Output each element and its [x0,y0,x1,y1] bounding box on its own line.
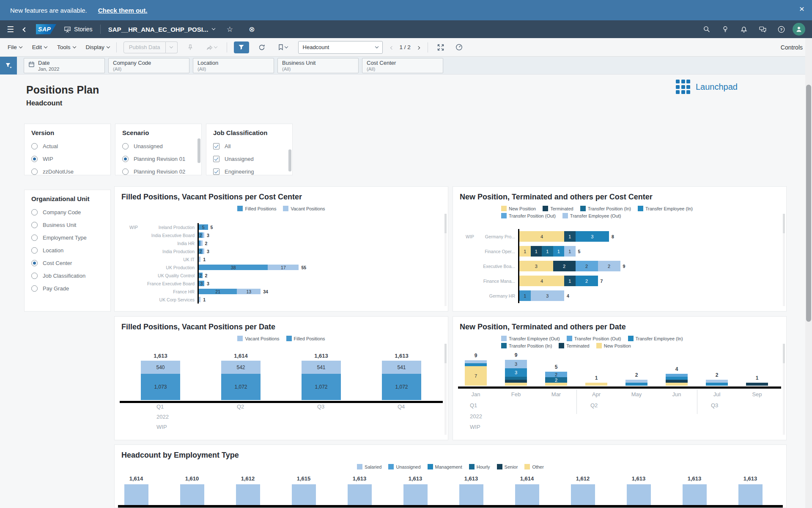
help-icon[interactable]: ? [774,23,788,36]
checkbox-option-all[interactable]: All [213,140,285,152]
bar-segment[interactable] [203,248,204,254]
bar-segment[interactable] [706,383,728,386]
menu-edit[interactable]: Edit [32,44,47,50]
bar-segment[interactable]: 3 [199,281,204,286]
legend-item[interactable]: Transfer Position (Out) [567,336,621,341]
bar-segment[interactable] [738,484,763,505]
chart-scrollbar-thumb[interactable] [444,344,447,363]
chart-scrollbar-thumb[interactable] [783,344,785,363]
bar-segment[interactable] [203,232,204,238]
search-icon[interactable] [700,23,714,36]
user-avatar[interactable] [793,23,805,36]
bar-segment[interactable] [746,383,768,386]
radio-option-job-classification[interactable]: Job Classification [31,269,104,282]
refresh-icon[interactable] [256,41,268,53]
share-icon[interactable] [203,41,220,53]
bookmark-icon[interactable] [274,41,291,53]
bar-segment[interactable]: 1 [553,246,565,257]
checkbox-option-unassigned[interactable]: Unassigned [213,152,285,165]
bar-segment[interactable] [666,380,688,383]
back-icon[interactable] [22,24,28,35]
bar-segment[interactable]: 21 [199,289,237,294]
bar-segment[interactable]: 1,073 [141,374,180,400]
bar-segment[interactable] [666,383,688,386]
favorite-star-icon[interactable]: ☆ [222,23,237,36]
bar-segment[interactable] [199,257,200,262]
stories-nav[interactable]: Stories [64,26,93,33]
menu-tools[interactable]: Tools [57,44,76,50]
bar-segment[interactable]: 3 [531,290,565,301]
bar-segment[interactable]: 2 [598,261,620,271]
legend-item[interactable]: Terminated [559,343,589,348]
panel-scrollbar-thumb[interactable] [198,138,200,163]
legend-item[interactable]: Vacant Positions [237,336,279,341]
legend-item[interactable]: Senior [497,464,518,469]
legend-item[interactable]: Filled Positions [286,336,325,341]
bar-segment[interactable] [465,363,487,366]
bar-segment[interactable]: 541 [302,361,341,374]
chart-scrollbar-thumb[interactable] [783,214,785,233]
legend-item[interactable]: Unassigned [388,464,420,469]
document-title[interactable]: SAP__HR_ANA_EC_OHP_POSI... [108,26,215,33]
legend-item[interactable]: Transfer Position (In) [580,206,631,211]
bar-segment[interactable] [545,383,567,386]
bar-segment[interactable]: 2 [576,261,598,271]
bar-segment[interactable] [124,484,148,505]
radio-option-actual[interactable]: Actual [31,140,104,152]
bar-segment[interactable] [459,484,483,505]
radio-option-unassigned[interactable]: Unassigned [122,140,195,152]
bar-segment[interactable]: 1 [564,276,576,286]
bar-segment[interactable]: 5 [199,224,208,230]
legend-item[interactable]: Transfer Employee (In) [638,206,693,211]
bar-segment[interactable]: 541 [382,361,421,374]
prev-page-icon[interactable] [390,43,395,52]
bar-segment[interactable]: 3 [576,231,609,242]
bar-segment[interactable] [666,374,688,377]
radio-option-planning-revision-01[interactable]: Planning Revision 01 [122,152,195,165]
radio-option-pay-grade[interactable]: Pay Grade [31,282,104,295]
legend-item[interactable]: Transfer Position (Out) [501,213,556,218]
page-selector[interactable]: Headcount [298,41,383,54]
fullscreen-icon[interactable] [435,41,447,53]
filter-token-cost-center[interactable]: Cost Center(All) [362,58,443,73]
bar-segment[interactable]: 1 [564,246,576,257]
bar-segment[interactable]: 1,072 [382,374,421,400]
legend-item[interactable]: Salaried [357,464,381,469]
bar-segment[interactable] [200,240,202,246]
bar-segment[interactable] [199,297,200,302]
radio-option-employment-type[interactable]: Employment Type [31,231,104,244]
bar-segment[interactable]: 2 [199,248,203,254]
filter-toggle-button[interactable] [234,41,249,53]
bar-segment[interactable] [625,383,647,386]
bar-segment[interactable]: 7 [465,366,487,386]
bar-segment[interactable] [515,484,539,505]
bar-segment[interactable]: 1,072 [221,374,261,400]
filter-token-location[interactable]: Location(All) [193,58,274,73]
menu-icon[interactable]: ☰ [7,25,14,34]
bar-segment[interactable]: 13 [237,289,261,294]
legend-item[interactable]: Terminated [543,206,573,211]
page-scrollbar-thumb[interactable] [806,85,811,322]
bar-segment[interactable]: 542 [221,361,261,374]
bar-segment[interactable]: 2 [545,372,567,377]
radio-option-wip[interactable]: WIP [31,152,104,165]
bar-segment[interactable] [706,380,728,383]
bar-segment[interactable]: 1,072 [302,374,341,400]
panel-scrollbar-thumb[interactable] [288,149,291,171]
bar-segment[interactable]: 17 [268,265,299,270]
bar-segment[interactable] [666,377,688,380]
menu-file[interactable]: File [8,44,22,50]
bar-segment[interactable] [505,380,527,383]
bar-segment[interactable]: 1 [564,231,576,242]
launchpad-link[interactable]: Launchpad [676,80,738,94]
bar-segment[interactable] [505,377,527,380]
chart-scrollbar-thumb[interactable] [444,214,447,233]
bar-segment[interactable] [625,380,647,383]
radio-option-company-code[interactable]: Company Code [31,206,104,218]
legend-item[interactable]: Hourly [469,464,490,469]
bar-segment[interactable]: 3 [505,368,527,377]
checkbox-option-engineering[interactable]: Engineering [213,165,285,178]
radio-option-planning-revision-02[interactable]: Planning Revision 02 [122,165,195,178]
bar-segment[interactable]: 1 [542,246,553,257]
publish-data-button[interactable]: Publish Data [123,41,178,53]
